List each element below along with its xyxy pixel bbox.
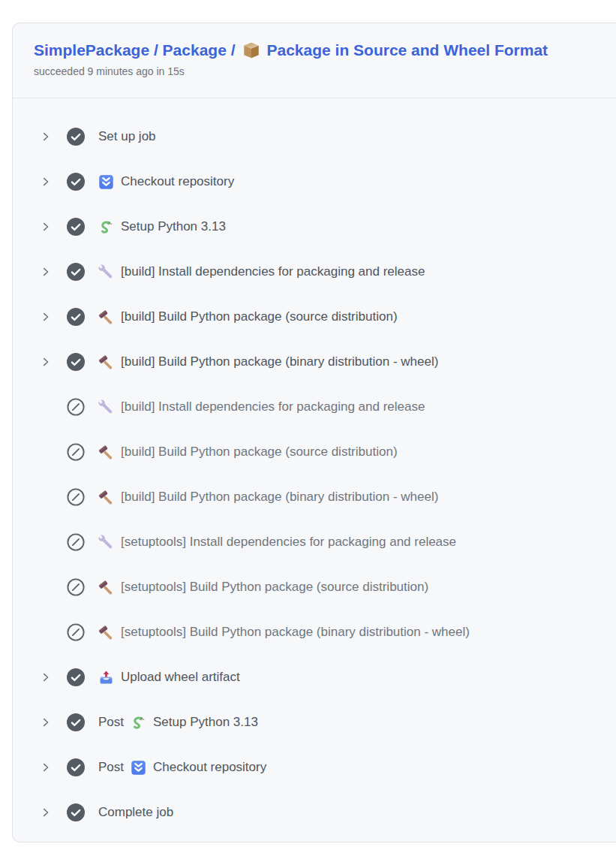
step-label: [build] Build Python package (source dis… xyxy=(121,445,398,460)
skipped-icon xyxy=(67,578,85,596)
skipped-icon xyxy=(67,488,85,506)
step-label-group: Upload wheel artifact xyxy=(98,670,240,686)
step-row: [setuptools] Build Python package (binar… xyxy=(13,610,616,655)
job-run-name: Package in Source and Wheel Format xyxy=(267,41,548,59)
step-row[interactable]: Post Checkout repository xyxy=(13,745,616,790)
chevron-right-icon[interactable] xyxy=(40,761,52,773)
step-label: [build] Build Python package (binary dis… xyxy=(121,490,438,505)
skipped-icon xyxy=(67,533,85,551)
hammer-icon xyxy=(98,625,114,641)
chevron-right-icon[interactable] xyxy=(40,131,52,143)
chevron-right-icon[interactable] xyxy=(40,716,52,728)
hammer-icon xyxy=(98,445,114,460)
step-label-group: [build] Install dependencies for packagi… xyxy=(98,399,425,415)
step-label: Setup Python 3.13 xyxy=(153,715,258,730)
success-icon xyxy=(67,308,85,326)
chevron-right-icon[interactable] xyxy=(40,176,52,188)
step-label-group: [setuptools] Build Python package (sourc… xyxy=(98,580,428,595)
snake-icon xyxy=(98,219,114,235)
success-icon xyxy=(67,803,85,821)
step-label-group: Set up job xyxy=(98,129,156,144)
success-icon xyxy=(67,263,85,281)
step-list: Set up job Checkout repository Setup Pyt… xyxy=(13,98,616,835)
success-icon xyxy=(67,713,85,731)
step-label-group: Setup Python 3.13 xyxy=(98,219,226,235)
step-label-group: [build] Build Python package (source dis… xyxy=(98,445,398,460)
step-label-group: [setuptools] Install dependencies for pa… xyxy=(98,535,456,550)
step-label: [setuptools] Build Python package (sourc… xyxy=(121,580,428,595)
upload-icon xyxy=(98,670,114,686)
step-label-group: [build] Build Python package (source dis… xyxy=(98,309,398,325)
step-row[interactable]: Checkout repository xyxy=(13,159,616,204)
skipped-icon xyxy=(67,623,85,641)
step-label: Upload wheel artifact xyxy=(121,670,240,685)
double-down-icon xyxy=(131,760,146,776)
success-icon xyxy=(67,218,85,236)
wrench-icon xyxy=(98,264,114,280)
wrench-icon xyxy=(98,535,114,550)
hammer-icon xyxy=(98,490,114,505)
double-down-icon xyxy=(98,174,114,190)
step-label: [build] Build Python package (binary dis… xyxy=(121,354,438,369)
chevron-right-icon[interactable] xyxy=(40,266,52,278)
step-row[interactable]: Setup Python 3.13 xyxy=(13,204,616,249)
step-prefix-label: Post xyxy=(98,715,124,730)
step-label-group: Checkout repository xyxy=(98,174,234,190)
chevron-right-icon[interactable] xyxy=(40,356,52,368)
step-label: Complete job xyxy=(98,805,173,820)
step-label: Set up job xyxy=(98,129,156,144)
job-steps-card: SimplePackage / Package / Package in Sou… xyxy=(12,23,616,842)
step-label: [setuptools] Install dependencies for pa… xyxy=(121,535,456,550)
step-label: Checkout repository xyxy=(121,174,234,189)
job-header: SimplePackage / Package / Package in Sou… xyxy=(13,23,616,98)
chevron-right-icon[interactable] xyxy=(40,671,52,683)
success-icon xyxy=(67,758,85,776)
step-label: [build] Install dependencies for packagi… xyxy=(121,399,425,414)
skipped-icon xyxy=(67,443,85,461)
step-label-group: Complete job xyxy=(98,805,173,820)
step-label: [setuptools] Build Python package (binar… xyxy=(121,625,470,640)
success-icon xyxy=(67,128,85,146)
wrench-icon xyxy=(98,399,114,415)
job-title-link[interactable]: SimplePackage / Package / Package in Sou… xyxy=(34,41,595,60)
package-icon xyxy=(242,41,261,60)
step-label-group: [setuptools] Build Python package (binar… xyxy=(98,625,470,641)
step-row: [setuptools] Build Python package (sourc… xyxy=(13,565,616,610)
step-row: [build] Build Python package (binary dis… xyxy=(13,475,616,520)
success-icon xyxy=(67,173,85,191)
step-row: [build] Install dependencies for packagi… xyxy=(13,384,616,430)
step-label: Checkout repository xyxy=(153,760,266,775)
job-status-line: succeeded 9 minutes ago in 15s xyxy=(34,65,595,77)
step-label-group: [build] Build Python package (binary dis… xyxy=(98,490,438,505)
step-row[interactable]: [build] Build Python package (source dis… xyxy=(13,294,616,339)
job-title-path: SimplePackage / Package / xyxy=(34,41,236,59)
step-row: [setuptools] Install dependencies for pa… xyxy=(13,520,616,565)
step-row[interactable]: Upload wheel artifact xyxy=(13,655,616,700)
step-label-group: Post Checkout repository xyxy=(98,760,266,776)
workflow-run-page: SimplePackage / Package / Package in Sou… xyxy=(0,23,616,842)
step-row: [build] Build Python package (source dis… xyxy=(13,430,616,475)
chevron-right-icon[interactable] xyxy=(40,221,52,233)
success-icon xyxy=(67,668,85,686)
step-row[interactable]: Complete job xyxy=(13,790,616,835)
skipped-icon xyxy=(67,398,85,416)
step-label: [build] Build Python package (source dis… xyxy=(121,309,398,324)
step-label-group: [build] Install dependencies for packagi… xyxy=(98,264,425,280)
success-icon xyxy=(67,353,85,371)
hammer-icon xyxy=(98,309,114,325)
step-row[interactable]: [build] Build Python package (binary dis… xyxy=(13,339,616,384)
hammer-icon xyxy=(98,354,114,370)
chevron-right-icon[interactable] xyxy=(40,311,52,323)
step-label-group: Post Setup Python 3.13 xyxy=(98,715,258,731)
step-label: [build] Install dependencies for packagi… xyxy=(121,264,425,279)
step-prefix-label: Post xyxy=(98,760,124,775)
chevron-right-icon[interactable] xyxy=(40,806,52,818)
step-row[interactable]: Set up job xyxy=(13,114,616,159)
step-row[interactable]: Post Setup Python 3.13 xyxy=(13,700,616,745)
hammer-icon xyxy=(98,580,114,595)
step-label-group: [build] Build Python package (binary dis… xyxy=(98,354,438,370)
step-row[interactable]: [build] Install dependencies for packagi… xyxy=(13,249,616,294)
step-label: Setup Python 3.13 xyxy=(121,219,226,234)
snake-icon xyxy=(131,715,146,731)
